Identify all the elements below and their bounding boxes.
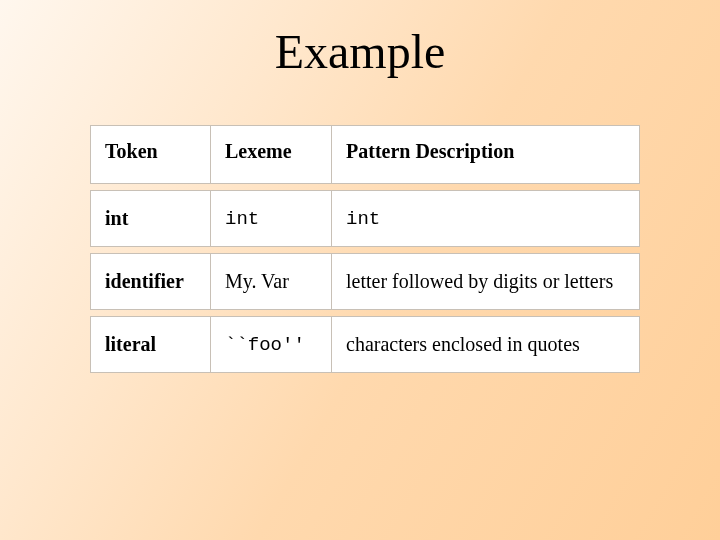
page-title: Example	[0, 0, 720, 119]
col-header-lexeme: Lexeme	[211, 125, 332, 184]
cell-lexeme: ``foo''	[211, 316, 332, 373]
cell-pattern: letter followed by digits or letters	[332, 253, 640, 310]
cell-lexeme: My. Var	[211, 253, 332, 310]
table-header-row: Token Lexeme Pattern Description	[90, 125, 640, 184]
token-table: Token Lexeme Pattern Description int int…	[90, 119, 640, 379]
col-header-token: Token	[90, 125, 211, 184]
col-header-pattern: Pattern Description	[332, 125, 640, 184]
table-row: literal ``foo'' characters enclosed in q…	[90, 316, 640, 373]
cell-pattern: characters enclosed in quotes	[332, 316, 640, 373]
cell-pattern: int	[332, 190, 640, 247]
table-row: identifier My. Var letter followed by di…	[90, 253, 640, 310]
cell-lexeme: int	[211, 190, 332, 247]
cell-token: literal	[90, 316, 211, 373]
cell-token: int	[90, 190, 211, 247]
table-container: Token Lexeme Pattern Description int int…	[0, 119, 720, 379]
cell-token: identifier	[90, 253, 211, 310]
table-row: int int int	[90, 190, 640, 247]
